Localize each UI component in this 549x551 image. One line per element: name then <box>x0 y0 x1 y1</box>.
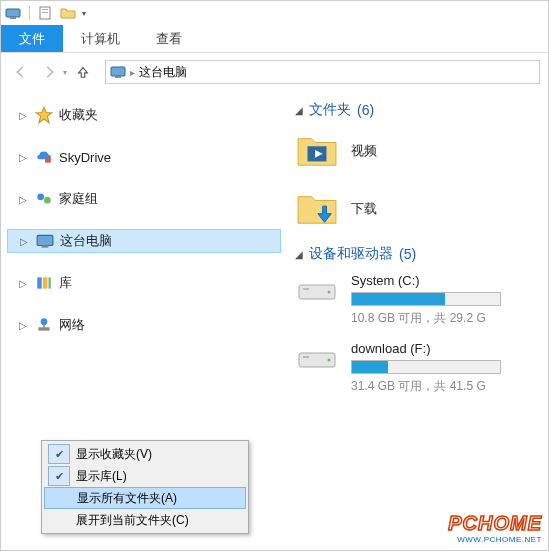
drive-usage-bar <box>351 292 501 306</box>
libraries-icon <box>35 274 53 292</box>
watermark-url: WWW.PCHOME.NET <box>448 535 542 544</box>
breadcrumb-location[interactable]: 这台电脑 <box>139 64 187 81</box>
drive-name: download (F:) <box>351 341 540 356</box>
checkmark-icon <box>48 510 70 530</box>
folder-label: 下载 <box>351 200 377 218</box>
tab-view[interactable]: 查看 <box>138 25 200 52</box>
svg-rect-13 <box>43 277 48 288</box>
svg-rect-0 <box>6 9 20 17</box>
menu-item-label: 展开到当前文件夹(C) <box>76 512 246 529</box>
svg-point-15 <box>41 318 48 325</box>
network-icon <box>35 316 53 334</box>
folder-item-downloads[interactable]: 下载 <box>295 187 548 231</box>
svg-rect-11 <box>42 246 49 248</box>
group-header-folders[interactable]: ◢ 文件夹 (6) <box>295 101 548 119</box>
ribbon-tabs: 文件 计算机 查看 <box>1 25 548 53</box>
tab-file[interactable]: 文件 <box>1 25 63 52</box>
checkmark-icon: ✔ <box>48 466 70 486</box>
videos-folder-icon <box>295 129 339 173</box>
menu-item-expand-current[interactable]: 展开到当前文件夹(C) <box>44 509 246 531</box>
breadcrumb-separator-icon[interactable]: ▸ <box>130 67 135 78</box>
separator <box>29 6 30 20</box>
system-icon[interactable] <box>5 5 21 21</box>
navigation-bar: ▾ ▸ 这台电脑 <box>1 53 548 91</box>
star-icon <box>35 106 53 124</box>
svg-rect-1 <box>10 17 16 19</box>
computer-icon <box>110 64 126 80</box>
forward-button[interactable] <box>37 60 61 84</box>
sidebar-item-label: 网络 <box>59 316 85 334</box>
sidebar-item-label: SkyDrive <box>59 150 111 165</box>
computer-icon <box>36 232 54 250</box>
svg-rect-12 <box>37 277 42 288</box>
drive-item-system[interactable]: System (C:) 10.8 GB 可用，共 29.2 G <box>295 273 548 327</box>
svg-rect-25 <box>303 356 309 358</box>
new-folder-icon[interactable] <box>60 5 76 21</box>
svg-rect-3 <box>42 9 48 10</box>
menu-item-label: 显示收藏夹(V) <box>76 446 246 463</box>
sidebar-item-label: 收藏夹 <box>59 106 98 124</box>
drive-item-download[interactable]: download (F:) 31.4 GB 可用，共 41.5 G <box>295 341 548 395</box>
history-dropdown-icon[interactable]: ▾ <box>63 68 67 77</box>
drive-icon <box>295 341 339 377</box>
navigation-pane: ▷ 收藏夹 ▷ SkyDrive ▷ 家庭组 ▷ 这台电脑 ▷ 库 ▷ 网络 <box>1 91 291 550</box>
title-bar: ▾ <box>1 1 548 25</box>
drive-info: System (C:) 10.8 GB 可用，共 29.2 G <box>351 273 548 327</box>
expander-icon[interactable]: ▷ <box>18 235 30 247</box>
back-button[interactable] <box>9 60 33 84</box>
svg-rect-7 <box>45 157 51 163</box>
svg-rect-22 <box>303 288 309 290</box>
group-title: 文件夹 <box>309 101 351 119</box>
menu-item-show-all-folders[interactable]: 显示所有文件夹(A) <box>44 487 246 509</box>
menu-item-label: 显示所有文件夹(A) <box>77 490 245 507</box>
group-count: (6) <box>357 102 374 118</box>
menu-item-show-libraries[interactable]: ✔ 显示库(L) <box>44 465 246 487</box>
svg-point-21 <box>328 291 331 294</box>
drive-name: System (C:) <box>351 273 540 288</box>
sidebar-item-network[interactable]: ▷ 网络 <box>7 313 291 337</box>
up-button[interactable] <box>71 60 95 84</box>
svg-rect-10 <box>37 235 53 245</box>
sidebar-item-libraries[interactable]: ▷ 库 <box>7 271 291 295</box>
svg-point-9 <box>44 197 51 204</box>
svg-rect-5 <box>111 67 125 76</box>
main-pane: ◢ 文件夹 (6) 视频 下载 ◢ 设备和驱动器 (5) S <box>291 91 548 550</box>
address-bar[interactable]: ▸ 这台电脑 <box>105 60 540 84</box>
qat-dropdown-icon[interactable]: ▾ <box>82 9 86 18</box>
sidebar-item-favorites[interactable]: ▷ 收藏夹 <box>7 103 291 127</box>
sidebar-item-this-pc[interactable]: ▷ 这台电脑 <box>7 229 281 253</box>
collapse-icon[interactable]: ◢ <box>295 249 303 260</box>
sidebar-item-homegroup[interactable]: ▷ 家庭组 <box>7 187 291 211</box>
content-area: ▷ 收藏夹 ▷ SkyDrive ▷ 家庭组 ▷ 这台电脑 ▷ 库 ▷ 网络 <box>1 91 548 550</box>
expander-icon[interactable]: ▷ <box>17 193 29 205</box>
expander-icon[interactable]: ▷ <box>17 277 29 289</box>
watermark-logo: PCHOME <box>448 512 542 535</box>
homegroup-icon <box>35 190 53 208</box>
drive-stats: 31.4 GB 可用，共 41.5 G <box>351 378 540 395</box>
group-header-drives[interactable]: ◢ 设备和驱动器 (5) <box>295 245 548 263</box>
properties-icon[interactable] <box>38 5 54 21</box>
menu-item-show-favorites[interactable]: ✔ 显示收藏夹(V) <box>44 443 246 465</box>
watermark: PCHOME WWW.PCHOME.NET <box>448 512 542 544</box>
expander-icon[interactable]: ▷ <box>17 151 29 163</box>
checkmark-icon: ✔ <box>48 444 70 464</box>
sidebar-item-skydrive[interactable]: ▷ SkyDrive <box>7 145 291 169</box>
folder-item-videos[interactable]: 视频 <box>295 129 548 173</box>
context-menu: ✔ 显示收藏夹(V) ✔ 显示库(L) 显示所有文件夹(A) 展开到当前文件夹(… <box>41 440 249 534</box>
checkmark-icon <box>49 488 71 508</box>
skydrive-icon <box>35 148 53 166</box>
group-title: 设备和驱动器 <box>309 245 393 263</box>
expander-icon[interactable]: ▷ <box>17 109 29 121</box>
sidebar-item-label: 这台电脑 <box>60 232 112 250</box>
collapse-icon[interactable]: ◢ <box>295 105 303 116</box>
menu-item-label: 显示库(L) <box>76 468 246 485</box>
drive-stats: 10.8 GB 可用，共 29.2 G <box>351 310 540 327</box>
tab-computer[interactable]: 计算机 <box>63 25 138 52</box>
drive-info: download (F:) 31.4 GB 可用，共 41.5 G <box>351 341 548 395</box>
svg-point-24 <box>328 359 331 362</box>
group-count: (5) <box>399 246 416 262</box>
downloads-folder-icon <box>295 187 339 231</box>
svg-rect-14 <box>49 277 51 288</box>
svg-rect-4 <box>42 12 48 13</box>
expander-icon[interactable]: ▷ <box>17 319 29 331</box>
